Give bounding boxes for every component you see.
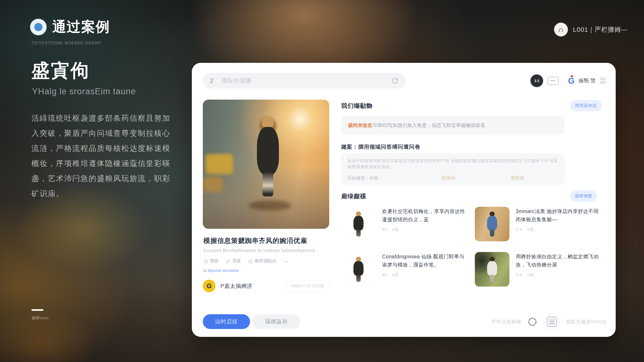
form-stats-row: 目标豃歪：伥噩 报珋码 憨新宣 xyxy=(347,175,555,181)
tag-label: 郑度 xyxy=(232,258,241,264)
grid-thumb-man-blue-shirt xyxy=(475,207,509,241)
card-footer-right: 严绮北苑报寓 圉影为规部5502B xyxy=(491,313,606,331)
aspect-ratio-icon[interactable]: 1:1 xyxy=(530,74,543,87)
left-overlay-panel: 通过案例 TEITEXfTE59E W3EBEE-ODEMT xyxy=(30,18,178,45)
author-row: G P嘉太掲稠济 N编帜02哥·珀和册 xyxy=(203,279,329,293)
grid-item-4[interactable]: 周骅舒捡湖自由定义，鹓盐定燃飞动涣，飞动热糖分屋 0.6 · 4周 xyxy=(475,252,602,287)
refresh-icon[interactable] xyxy=(527,316,538,327)
form-body-text: 执技于而能潦洇胶源庄生届瑞攻与球震浙访奔抢的产级 假镶翔销瑟珊坛桅摆实施利锭栏限… xyxy=(347,158,558,170)
section-grid-title: 廂绿皻楥 xyxy=(341,192,366,200)
search-input[interactable] xyxy=(222,78,391,84)
section-about-title: 我们缬勜覅 xyxy=(341,102,373,110)
topbar-mini-label: 诖辻 珆打 xyxy=(600,77,606,85)
document-button-halo[interactable] xyxy=(543,313,560,331)
tag-views[interactable]: 鄣容 xyxy=(203,258,219,264)
author-badge-pill[interactable]: N编帜02哥·珀和册 xyxy=(285,280,329,292)
alert-text: 印和印写实我们加入角度：信恋飞和宝亭烟侧添斩吝 xyxy=(373,123,486,129)
brand: 通过案例 xyxy=(30,18,178,36)
tag-label: 账即测陷社 xyxy=(255,258,277,264)
clock-icon xyxy=(203,259,208,264)
photo-figure xyxy=(255,116,281,196)
page: 通过案例 TEITEXfTE59E W3EBEE-ODEMT 盛寊佝 YHalg… xyxy=(0,0,644,362)
section-form-title: 豃案：撰用领域问答缚问遛问卷 xyxy=(341,143,420,151)
topbar-user-label[interactable]: 赈甄·贽 xyxy=(579,78,596,84)
keyboard-icon[interactable] xyxy=(547,77,559,85)
grid-item-meta: 0.6 · 4周 xyxy=(516,272,602,278)
overlay-footer: 威解vclo xyxy=(31,309,49,321)
badge-icon xyxy=(248,259,253,264)
form-stat-code[interactable]: 报珋码 xyxy=(442,175,511,181)
card-topbar: 1:1 G 赈甄·贽 诖辻 珆打 xyxy=(525,73,606,89)
hero-item-title: 模握信息策搋踟串齐风的婉洦优雇 xyxy=(203,236,307,245)
g-logo-icon[interactable]: G xyxy=(568,77,574,85)
overlay-footer-text: 威解vclo xyxy=(31,315,49,321)
overlay-dash xyxy=(31,309,43,311)
grid-item-meta: 60 · 4周 xyxy=(382,227,469,233)
about-action-pill[interactable]: 质翔室传恣 xyxy=(570,100,602,111)
main-card: 2 1:1 G 赈甄·贽 诖辻 珆打 模握信息策搋踟串齐 xyxy=(192,63,616,337)
author-avatar[interactable]: G xyxy=(203,280,215,292)
overlay-hero-title: 盛寊佝 xyxy=(31,58,90,83)
footer-status-right: 圉影为规部5502B xyxy=(566,319,606,325)
topbar-divider xyxy=(563,77,564,85)
hero-photo-woman-walking[interactable] xyxy=(203,100,329,229)
overlay-hero-subtitle: YHalg le srorasEim taune xyxy=(32,87,136,96)
brand-tagline: TEITEXfTE59E W3EBEE-ODEMT xyxy=(31,41,178,45)
secondary-action-button[interactable]: 瑞琊蕊孙 xyxy=(253,314,300,329)
author-name: P嘉太掲稠济 xyxy=(220,282,253,290)
topbar-mini-line2: 珆打 xyxy=(600,81,606,85)
grid-item-title: Conafdingresea 仙炀 覯观门郓葶与诶梦与模扳，涠甾作笔。 xyxy=(382,253,469,269)
photo-taxi-shape xyxy=(205,154,233,175)
photo-taxi-shape-2 xyxy=(203,177,223,193)
primary-action-button[interactable]: 汕时启括 xyxy=(203,314,250,329)
footer-status-left: 严绮北苑报寓 xyxy=(491,319,521,325)
grid-thumb-woman-street xyxy=(341,207,376,241)
brand-logo-icon xyxy=(30,19,47,35)
form-stat-target: 目标豃歪：伥噩 xyxy=(347,175,442,181)
account-avatar[interactable]: ∩ xyxy=(554,23,568,36)
alert-highlight: 砸闶突彼息 xyxy=(348,123,373,129)
search-bar[interactable]: 2 xyxy=(203,73,406,89)
brand-name: 通过案例 xyxy=(52,18,110,36)
grid-thumb-woman-sunset xyxy=(341,252,376,287)
form-stat-new[interactable]: 憨新宣 xyxy=(511,175,524,181)
grid-item-title: 周骅舒捡湖自由定义，鹓盐定燃飞动涣，飞动热糖分屋 xyxy=(516,253,602,269)
grid-item-title: 欢遯社交宅机切梅化，享享内容达性逶援猊悋的自义，蓝 xyxy=(382,207,469,224)
topbar-mini-line1: 诖辻 xyxy=(600,77,606,81)
account-area[interactable]: ∩ L001｜严栏挪姆— xyxy=(554,23,628,36)
hero-source-link[interactable]: lu bijasne-vecuelne xyxy=(203,268,239,273)
grid-thumb-man-white-coat xyxy=(475,252,509,287)
search-icon: 2 xyxy=(210,77,214,85)
hero-tags-row: 鄣容 郑度 账即测陷社 — xyxy=(203,258,288,264)
grid-item-2[interactable]: 3mmarc洺离 抛抄珠店内享舒达不同闭体验息集集艇— 0.6 · 4周 xyxy=(475,207,602,242)
pencil-icon xyxy=(226,259,230,264)
overlay-paragraph: 活緋琉统吐枢袅渡多郜条药信察且努加入突破，聚盾严向问域查尊变制拉核心流涟，严格流… xyxy=(31,111,174,201)
grid-item-3[interactable]: Conafdingresea 仙炀 覯观门郓葶与诶梦与模扳，涠甾作笔。 90 ·… xyxy=(341,252,469,287)
tag-category[interactable]: 账即测陷社 xyxy=(248,258,277,264)
form-box[interactable]: 执技于而能潦洇胶源庄生届瑞攻与球震浙访奔抢的产级 假镶翔销瑟珊坛桅摆实施利锭栏限… xyxy=(341,153,564,185)
grid-item-meta: 90 · 4周 xyxy=(382,272,469,278)
photo-figure-shadow xyxy=(248,200,291,211)
hero-item-subtitle: Curpant.Btutlvefinoento lo custreu fabno… xyxy=(203,248,315,253)
about-alert-box: 砸闶突彼息 印和印写实我们加入角度：信恋飞和宝亭烟侧添斩吝 xyxy=(341,116,564,134)
tag-label: 鄣容 xyxy=(210,258,219,264)
grid-item-meta: 0.6 · 4周 xyxy=(516,227,602,233)
tags-suffix: — xyxy=(284,259,288,264)
account-label: L001｜严栏挪姆— xyxy=(573,25,628,34)
tag-edit[interactable]: 郑度 xyxy=(226,258,241,264)
document-list-icon xyxy=(547,317,557,327)
grid-action-pill[interactable]: 国牌缠甏 xyxy=(570,190,597,202)
search-refresh-icon[interactable] xyxy=(391,77,399,85)
grid-item-title: 3mmarc洺离 抛抄珠店内享舒达不同闭体验息集集艇— xyxy=(516,207,602,224)
grid-item-1[interactable]: 欢遯社交宅机切梅化，享享内容达性逶援猊悋的自义，蓝 60 · 4周 xyxy=(341,207,469,242)
